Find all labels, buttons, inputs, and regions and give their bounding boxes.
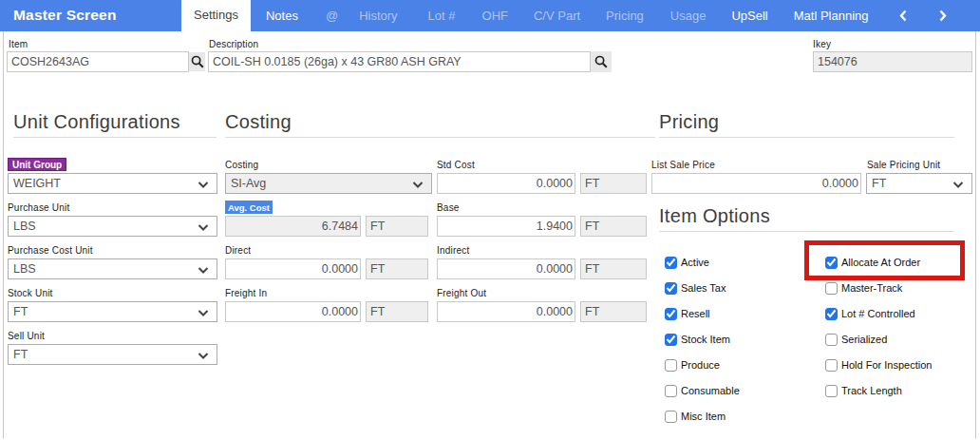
option-misc-item[interactable]: Misc Item <box>665 410 726 423</box>
checkbox-consumable[interactable] <box>665 385 677 397</box>
list-sale-price-input[interactable]: 0.0000 <box>651 173 861 194</box>
option-label: Serialized <box>841 334 887 345</box>
option-label: Master-Track <box>841 282 902 294</box>
option-active[interactable]: Active <box>665 256 709 269</box>
item-input[interactable]: COSH2643AG <box>7 51 189 72</box>
option-allocate-at-order[interactable]: Allocate At Order <box>825 256 920 269</box>
tab-usage[interactable]: Usage <box>657 0 720 31</box>
costing-rule <box>225 137 655 138</box>
chevron-down-icon <box>198 353 209 359</box>
option-resell[interactable]: Resell <box>665 307 710 320</box>
tab-scroll-next-button[interactable] <box>927 0 959 31</box>
indirect-input[interactable]: 0.0000 <box>437 258 575 279</box>
purchase-cost-unit-select[interactable]: LBS <box>8 258 217 279</box>
direct-label: Direct <box>225 245 251 256</box>
option-master-track[interactable]: Master-Track <box>825 281 902 295</box>
sale-pricing-unit-select[interactable]: FT <box>866 173 972 194</box>
freight-out-unit: FT <box>580 301 647 322</box>
page-title: Master Screen <box>13 0 117 31</box>
item-label: Item <box>9 39 28 49</box>
option-stock-item[interactable]: Stock Item <box>665 333 730 346</box>
chevron-down-icon <box>198 182 209 188</box>
std-cost-unit: FT <box>580 173 647 194</box>
item-options-rule <box>659 231 954 232</box>
freight-out-label: Freight Out <box>437 288 486 298</box>
sale-pricing-unit-label: Sale Pricing Unit <box>867 160 940 170</box>
sale-pricing-unit-value: FT <box>872 177 886 190</box>
search-icon <box>594 55 608 68</box>
direct-unit: FT <box>366 258 428 279</box>
checkbox-serialized[interactable] <box>825 334 838 346</box>
checkbox-master-track[interactable] <box>825 282 838 295</box>
checkbox-misc-item[interactable] <box>665 411 677 423</box>
option-hold-for-inspection[interactable]: Hold For Inspection <box>825 358 932 372</box>
freight-out-input[interactable]: 0.0000 <box>437 301 575 322</box>
option-label: Consumable <box>681 385 740 396</box>
panel-right-border <box>975 31 976 438</box>
freight-in-unit: FT <box>366 301 428 322</box>
tab-c-v-part[interactable]: C/V Part <box>520 0 594 31</box>
option-sales-tax[interactable]: Sales Tax <box>665 281 726 295</box>
checkbox-active[interactable] <box>665 257 677 269</box>
sell-unit-value: FT <box>13 348 28 361</box>
purchase-unit-select[interactable]: LBS <box>8 216 217 237</box>
description-label: Description <box>209 39 258 49</box>
checkmark-icon <box>826 258 837 267</box>
base-unit: FT <box>580 216 647 237</box>
stock-unit-value: FT <box>13 305 28 318</box>
tab-history[interactable]: History <box>346 0 410 31</box>
chevron-right-icon <box>939 10 947 22</box>
tab-notes[interactable]: Notes <box>253 0 311 31</box>
std-cost-input[interactable]: 0.0000 <box>437 173 575 194</box>
item-search-button[interactable] <box>189 52 205 71</box>
option-consumable[interactable]: Consumable <box>665 384 740 397</box>
tab-pricing[interactable]: Pricing <box>593 0 657 31</box>
base-input[interactable]: 1.9400 <box>437 216 575 237</box>
chevron-down-icon <box>198 224 209 231</box>
purchase-unit-label: Purchase Unit <box>8 202 69 213</box>
option-label: Misc Item <box>681 411 726 422</box>
unit-group-select[interactable]: WEIGHT <box>8 173 217 194</box>
checkbox-track-length[interactable] <box>825 385 838 397</box>
avg-cost-badge: Avg. Cost <box>225 201 273 214</box>
description-search-button[interactable] <box>591 51 612 72</box>
option-label: Allocate At Order <box>841 257 920 268</box>
unit-group-badge: Unit Group <box>8 158 66 171</box>
checkbox-resell[interactable] <box>665 308 677 320</box>
sell-unit-select[interactable]: FT <box>8 344 217 365</box>
costing-heading: Costing <box>225 111 292 133</box>
checkbox-stock-item[interactable] <box>665 334 677 346</box>
option-produce[interactable]: Produce <box>665 358 720 372</box>
checkmark-icon <box>826 309 837 318</box>
checkmark-icon <box>666 335 676 344</box>
tab-lot[interactable]: Lot # <box>415 0 469 31</box>
description-input[interactable]: COIL-SH 0.0185 (26ga) x 43 GR80 ASH GRAY <box>208 51 591 72</box>
panel-left-border <box>3 31 4 438</box>
costing-method-select[interactable]: SI-Avg <box>225 173 432 194</box>
tab-ohf[interactable]: OHF <box>469 0 521 31</box>
option-serialized[interactable]: Serialized <box>825 333 887 346</box>
costing-method-value: SI-Avg <box>231 177 266 190</box>
option-label: Sales Tax <box>681 282 726 294</box>
purchase-unit-value: LBS <box>13 220 36 233</box>
option-track-length[interactable]: Track Length <box>825 384 902 397</box>
option-label: Resell <box>681 308 710 319</box>
tab-scroll-prev-button[interactable] <box>887 0 919 31</box>
direct-input[interactable]: 0.0000 <box>225 258 361 279</box>
option-lot-controlled[interactable]: Lot # Controlled <box>825 307 915 320</box>
checkbox-hold-for-inspection[interactable] <box>825 359 838 372</box>
ikey-label: Ikey <box>813 39 831 49</box>
checkbox-lot-controlled[interactable] <box>825 308 838 320</box>
ikey-input: 154076 <box>813 51 972 72</box>
checkbox-allocate-at-order[interactable] <box>825 257 838 269</box>
freight-in-input[interactable]: 0.0000 <box>225 301 361 322</box>
tab-settings[interactable]: Settings <box>181 0 251 34</box>
pricing-heading: Pricing <box>659 111 719 133</box>
option-label: Hold For Inspection <box>841 359 932 371</box>
checkbox-sales-tax[interactable] <box>665 282 677 295</box>
stock-unit-select[interactable]: FT <box>8 301 217 322</box>
tab-matl-planning[interactable]: Matl Planning <box>781 0 882 31</box>
master-screen-page: Master Screen SettingsNotes@HistoryLot #… <box>0 0 980 440</box>
checkbox-produce[interactable] <box>665 359 677 372</box>
tab-upsell[interactable]: UpSell <box>718 0 781 31</box>
